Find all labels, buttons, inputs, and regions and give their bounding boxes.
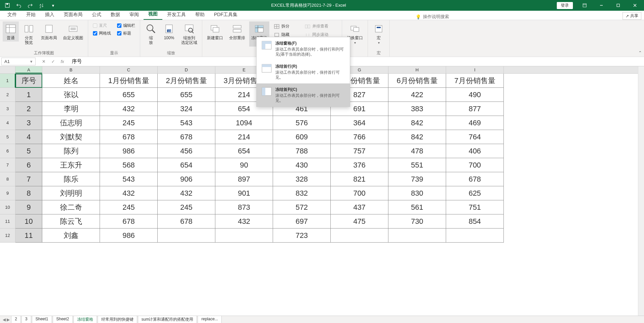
table-cell[interactable]: 986: [100, 144, 158, 158]
name-box[interactable]: A1▾: [1, 58, 36, 65]
sheet-tab[interactable]: 经常用到的快捷键: [98, 316, 137, 323]
table-cell[interactable]: 432: [158, 186, 215, 200]
confirm-formula-icon[interactable]: ✓: [48, 58, 58, 65]
formula-input[interactable]: [69, 58, 644, 65]
sheet-tab[interactable]: 3: [21, 316, 31, 323]
table-cell[interactable]: 469: [446, 116, 504, 130]
custom-views-button[interactable]: 自定义视图: [61, 21, 85, 42]
arrange-all-button[interactable]: 全部重排: [227, 21, 247, 42]
table-cell[interactable]: 757: [331, 144, 388, 158]
vertical-scrollbar[interactable]: [638, 66, 644, 316]
tab-视图[interactable]: 视图: [144, 9, 162, 20]
formula-bar-checkbox[interactable]: 编辑栏: [117, 23, 135, 28]
table-cell[interactable]: 854: [446, 214, 504, 229]
table-cell[interactable]: 986: [100, 229, 158, 243]
table-cell[interactable]: 245: [158, 200, 215, 214]
sheet-tab[interactable]: Sheet1: [32, 316, 52, 323]
table-cell[interactable]: [331, 229, 388, 243]
tab-开始[interactable]: 开始: [21, 10, 40, 20]
table-cell[interactable]: 654: [215, 144, 273, 158]
sheet-tab[interactable]: 冻结窗格: [73, 316, 97, 323]
tab-页面布局[interactable]: 页面布局: [59, 10, 87, 20]
table-header-cell[interactable]: 序号: [15, 74, 42, 88]
tab-插入[interactable]: 插入: [40, 10, 59, 20]
tab-开发工具[interactable]: 开发工具: [162, 10, 191, 20]
table-cell[interactable]: 10: [15, 214, 42, 229]
table-cell[interactable]: 陈列: [42, 144, 100, 158]
table-cell[interactable]: 751: [446, 200, 504, 214]
redo-icon[interactable]: [25, 1, 35, 9]
table-cell[interactable]: 456: [158, 144, 215, 158]
tab-审阅[interactable]: 审阅: [125, 10, 144, 20]
macros-button[interactable]: 宏▾: [371, 21, 387, 47]
table-cell[interactable]: 王东升: [42, 158, 100, 172]
table-cell[interactable]: [158, 229, 215, 243]
table-cell[interactable]: 723: [273, 229, 331, 243]
table-cell[interactable]: 572: [273, 200, 331, 214]
table-cell[interactable]: 422: [388, 88, 446, 102]
table-cell[interactable]: 832: [273, 186, 331, 200]
table-cell[interactable]: 830: [388, 186, 446, 200]
table-cell[interactable]: 张以: [42, 88, 100, 102]
table-cell[interactable]: 90: [215, 158, 273, 172]
row-header[interactable]: 12: [0, 229, 15, 243]
tab-文件[interactable]: 文件: [3, 10, 21, 20]
tab-公式[interactable]: 公式: [87, 10, 106, 20]
table-cell[interactable]: 873: [215, 200, 273, 214]
table-cell[interactable]: 842: [388, 116, 446, 130]
table-cell[interactable]: 739: [388, 172, 446, 186]
table-header-cell[interactable]: 7月份销售量: [446, 74, 504, 88]
select-all-corner[interactable]: [0, 66, 15, 73]
table-cell[interactable]: 655: [100, 88, 158, 102]
column-header-D[interactable]: D: [158, 66, 215, 73]
table-cell[interactable]: 432: [215, 214, 273, 229]
row-header[interactable]: 1: [0, 74, 15, 88]
sort-icon[interactable]: AZ: [37, 1, 46, 9]
table-cell[interactable]: 432: [100, 186, 158, 200]
table-cell[interactable]: 214: [215, 130, 273, 144]
table-cell[interactable]: 478: [388, 144, 446, 158]
table-cell[interactable]: 897: [215, 172, 273, 186]
row-header[interactable]: 7: [0, 158, 15, 172]
table-cell[interactable]: 700: [331, 186, 388, 200]
row-header[interactable]: 5: [0, 130, 15, 144]
table-cell[interactable]: 7: [15, 172, 42, 186]
table-cell[interactable]: 490: [446, 88, 504, 102]
page-layout-button[interactable]: 页面布局: [39, 21, 59, 42]
table-cell[interactable]: 678: [158, 130, 215, 144]
fx-icon[interactable]: fx: [58, 58, 67, 65]
page-break-button[interactable]: 分页 预览: [21, 21, 37, 46]
table-header-cell[interactable]: 6月份销售量: [388, 74, 446, 88]
table-cell[interactable]: 245: [100, 116, 158, 130]
table-cell[interactable]: 8: [15, 186, 42, 200]
table-cell[interactable]: 伍志明: [42, 116, 100, 130]
tell-me-search[interactable]: 💡 操作说明搜索: [412, 14, 453, 20]
maximize-button[interactable]: [610, 0, 626, 11]
table-cell[interactable]: 678: [100, 214, 158, 229]
table-cell[interactable]: 678: [100, 130, 158, 144]
cancel-formula-icon[interactable]: ✕: [39, 58, 48, 65]
table-cell[interactable]: 730: [388, 214, 446, 229]
table-cell[interactable]: 406: [446, 144, 504, 158]
column-header-I[interactable]: I: [446, 66, 504, 73]
freeze-panes-option[interactable]: 冻结窗格(F)滚动工作表其余部分时，保持行和列可见(基于当前的选择)。: [257, 37, 350, 60]
minimize-button[interactable]: [594, 0, 609, 11]
table-cell[interactable]: 543: [100, 172, 158, 186]
table-cell[interactable]: 2: [15, 102, 42, 116]
table-cell[interactable]: 5: [15, 144, 42, 158]
sheet-tab[interactable]: replace...: [198, 316, 221, 323]
normal-view-button[interactable]: 普通: [3, 21, 19, 42]
row-header[interactable]: 11: [0, 214, 15, 229]
split-button[interactable]: 拆分: [272, 23, 300, 30]
table-cell[interactable]: 徐二奇: [42, 200, 100, 214]
table-cell[interactable]: 430: [273, 158, 331, 172]
undo-icon[interactable]: [14, 1, 23, 9]
table-cell[interactable]: 刘明明: [42, 186, 100, 200]
new-window-button[interactable]: 新建窗口: [205, 21, 225, 42]
table-cell[interactable]: 568: [100, 158, 158, 172]
table-cell[interactable]: 901: [215, 186, 273, 200]
share-button[interactable]: ↗ 共享: [623, 12, 641, 20]
login-button[interactable]: 登录: [557, 2, 573, 9]
table-cell[interactable]: 766: [331, 130, 388, 144]
tab-帮助[interactable]: 帮助: [191, 10, 209, 20]
